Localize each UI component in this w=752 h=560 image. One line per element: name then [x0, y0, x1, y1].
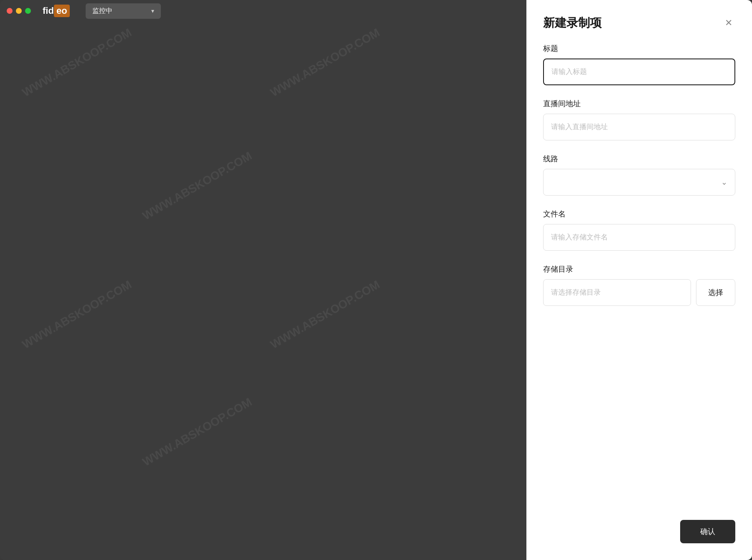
title-field-group: 标题 [543, 43, 735, 85]
modal-overlay: 新建录制项 ✕ 标题 直播间地址 线路 [0, 0, 752, 560]
line-select[interactable]: ⌄ [543, 169, 735, 196]
modal-footer: 确认 [526, 512, 752, 560]
modal-body: 标题 直播间地址 线路 ⌄ 文件名 [526, 39, 752, 512]
title-input[interactable] [543, 59, 735, 85]
stream-url-field-group: 直播间地址 [543, 99, 735, 140]
stream-url-input[interactable] [543, 114, 735, 140]
line-field-group: 线路 ⌄ [543, 154, 735, 196]
directory-row: 选择 [543, 279, 735, 306]
directory-field-group: 存储目录 选择 [543, 264, 735, 306]
stream-url-label: 直播间地址 [543, 99, 735, 109]
filename-field-group: 文件名 [543, 209, 735, 251]
confirm-button[interactable]: 确认 [680, 520, 735, 543]
filename-label: 文件名 [543, 209, 735, 219]
chevron-down-icon: ⌄ [721, 178, 727, 187]
line-label: 线路 [543, 154, 735, 164]
directory-choose-button[interactable]: 选择 [696, 279, 735, 306]
filename-input[interactable] [543, 224, 735, 251]
modal-header: 新建录制项 ✕ [526, 0, 752, 39]
modal-panel: 新建录制项 ✕ 标题 直播间地址 线路 [526, 0, 752, 560]
close-button[interactable]: ✕ [722, 16, 735, 30]
app-window: fideo 监控中 ▾ WWW.ABSKOOP.COM WWW.ABSKOOP.… [0, 0, 752, 560]
directory-input[interactable] [543, 279, 691, 306]
modal-title: 新建录制项 [543, 15, 602, 31]
directory-label: 存储目录 [543, 264, 735, 274]
title-label: 标题 [543, 43, 735, 53]
